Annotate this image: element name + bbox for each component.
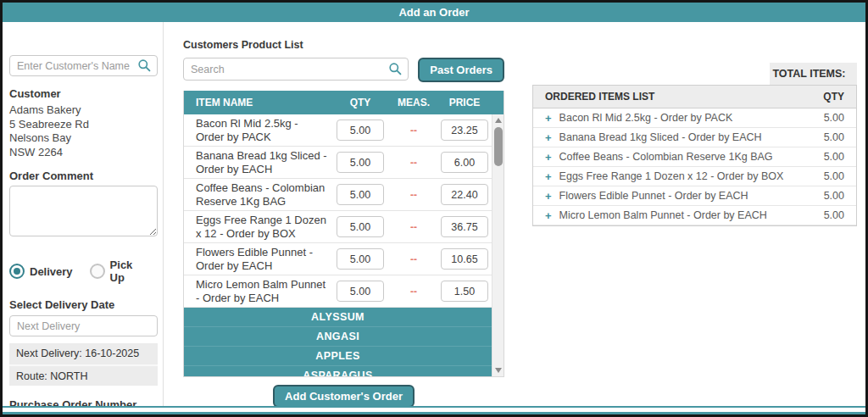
ordered-item-row: + Flowers Edible Punnet - Order by EACH … — [533, 186, 856, 206]
delivery-radio[interactable] — [9, 264, 25, 279]
col-qty: QTY — [331, 97, 390, 108]
product-panel: Customers Product List Past Orders ITEM … — [183, 22, 504, 408]
meas-value: -- — [390, 157, 437, 169]
product-name: Eggs Free Range 1 Dozen x 12 - Order by … — [184, 214, 331, 240]
price-input[interactable] — [441, 248, 488, 270]
qty-input[interactable] — [337, 184, 384, 205]
product-list-title: Customers Product List — [183, 39, 504, 51]
col-meas: MEAS. — [390, 97, 437, 108]
next-delivery-info: Next Delivery: 16-10-2025 — [9, 343, 158, 364]
scroll-down-icon[interactable] — [492, 364, 504, 376]
ordered-items-list-label: ORDERED ITEMS LIST — [545, 91, 654, 103]
meas-value: -- — [390, 125, 437, 136]
search-icon[interactable] — [137, 58, 152, 73]
price-input[interactable] — [441, 281, 488, 302]
ordered-item-row: + Coffee Beans - Colombian Reserve 1Kg B… — [533, 147, 856, 167]
product-name: Banana Bread 1kg Sliced - Order by EACH — [184, 149, 331, 175]
price-input[interactable] — [441, 216, 488, 237]
category-banner[interactable]: ALYSSUM — [184, 308, 492, 327]
scroll-up-icon[interactable] — [492, 114, 504, 126]
customer-address-2: Nelsons Bay — [9, 131, 158, 146]
qty-input[interactable] — [337, 248, 384, 270]
qty-input[interactable] — [337, 120, 384, 141]
pickup-radio-label: Pick Up — [110, 259, 146, 284]
price-input[interactable] — [441, 184, 488, 205]
product-table: ITEM NAME QTY MEAS. PRICE Bacon Rl Mid 2… — [183, 91, 504, 377]
add-customers-order-button[interactable]: Add Customer's Order — [273, 385, 415, 408]
plus-icon[interactable]: + — [545, 131, 552, 144]
scrollbar[interactable] — [492, 114, 504, 376]
customer-name-search-input[interactable] — [9, 55, 158, 76]
ordered-item-qty: 5.00 — [802, 209, 844, 221]
product-name: Coffee Beans - Colombian Reserve 1Kg BAG — [184, 181, 331, 208]
total-items-label: TOTAL ITEMS: — [772, 68, 845, 80]
ordered-qty-label: QTY — [823, 91, 844, 103]
product-table-body: Bacon Rl Mid 2.5kg - Order by PACK -- Ba… — [184, 114, 504, 376]
ordered-items-header: ORDERED ITEMS LIST QTY — [533, 86, 856, 108]
ordered-item-row: + Eggs Free Range 1 Dozen x 12 - Order b… — [533, 167, 856, 186]
col-item-name: ITEM NAME — [184, 97, 331, 108]
past-orders-button[interactable]: Past Orders — [418, 58, 504, 82]
product-name: Micro Lemon Balm Punnet - Order by EACH — [184, 278, 331, 304]
product-name: Bacon Rl Mid 2.5kg - Order by PACK — [184, 117, 331, 143]
meas-value: -- — [390, 189, 437, 201]
footer-strip — [3, 406, 865, 414]
order-comment-textarea[interactable] — [9, 186, 158, 236]
product-row: Eggs Free Range 1 Dozen x 12 - Order by … — [184, 211, 492, 243]
customer-name: Adams Bakery — [9, 103, 158, 118]
category-banner[interactable]: APPLES — [184, 347, 492, 366]
product-row: Micro Lemon Balm Punnet - Order by EACH … — [184, 275, 492, 308]
ordered-item-name: Banana Bread 1kg Sliced - Order by EACH — [559, 131, 802, 143]
add-order-window: Add an Order Customer Adams Bakery 5 Sea… — [0, 0, 868, 417]
window-title: Add an Order — [3, 3, 865, 22]
ordered-item-name: Eggs Free Range 1 Dozen x 12 - Order by … — [559, 170, 802, 182]
ordered-item-row: + Micro Lemon Balm Punnet - Order by EAC… — [533, 206, 856, 225]
category-banner[interactable]: ASPARAGUS — [184, 366, 492, 376]
col-price: PRICE — [437, 97, 492, 108]
delivery-date-input[interactable] — [9, 315, 158, 336]
product-row: Coffee Beans - Colombian Reserve 1Kg BAG… — [184, 179, 492, 211]
select-delivery-date-label: Select Delivery Date — [9, 298, 158, 311]
delivery-radio-label: Delivery — [30, 265, 73, 278]
product-name: Flowers Edible Punnet - Order by EACH — [184, 246, 331, 272]
pickup-radio[interactable] — [90, 264, 105, 279]
ordered-items-panel: ORDERED ITEMS LIST QTY + Bacon Rl Mid 2.… — [532, 85, 857, 226]
customer-label: Customer — [9, 87, 158, 100]
ordered-item-qty: 5.00 — [802, 151, 844, 163]
search-icon[interactable] — [388, 62, 403, 76]
customer-address-3: NSW 2264 — [9, 146, 158, 160]
ordered-item-qty: 5.00 — [802, 112, 844, 124]
product-row: Flowers Edible Punnet - Order by EACH -- — [184, 243, 492, 275]
price-input[interactable] — [441, 152, 488, 173]
ordered-item-qty: 5.00 — [802, 190, 844, 202]
ordered-item-row: + Banana Bread 1kg Sliced - Order by EAC… — [533, 128, 856, 147]
plus-icon[interactable]: + — [545, 151, 552, 164]
plus-icon[interactable]: + — [545, 209, 552, 222]
customer-panel: Customer Adams Bakery 5 Seabreeze Rd Nel… — [4, 22, 164, 407]
ordered-item-name: Coffee Beans - Colombian Reserve 1Kg BAG — [559, 151, 802, 163]
ordered-item-name: Flowers Edible Punnet - Order by EACH — [559, 190, 802, 202]
meas-value: -- — [390, 286, 437, 297]
ordered-item-row: + Bacon Rl Mid 2.5kg - Order by PACK 5.0… — [533, 108, 856, 128]
ordered-item-qty: 5.00 — [802, 131, 844, 143]
total-items-badge: TOTAL ITEMS: 6 — [770, 63, 857, 85]
product-search-input[interactable] — [183, 58, 409, 81]
qty-input[interactable] — [337, 281, 384, 302]
category-banner[interactable]: ANGASI — [184, 327, 492, 347]
plus-icon[interactable]: + — [545, 190, 552, 203]
product-table-header: ITEM NAME QTY MEAS. PRICE — [184, 91, 504, 114]
plus-icon[interactable]: + — [545, 170, 552, 183]
qty-input[interactable] — [337, 216, 384, 237]
route-info: Route: NORTH — [9, 364, 158, 386]
customer-address-1: 5 Seabreeze Rd — [9, 118, 158, 132]
scrollbar-thumb[interactable] — [494, 127, 503, 166]
order-comment-label: Order Comment — [9, 170, 158, 182]
product-row: Bacon Rl Mid 2.5kg - Order by PACK -- — [184, 114, 492, 147]
ordered-item-name: Micro Lemon Balm Punnet - Order by EACH — [559, 209, 802, 221]
qty-input[interactable] — [337, 152, 384, 173]
ordered-item-name: Bacon Rl Mid 2.5kg - Order by PACK — [559, 112, 802, 124]
price-input[interactable] — [441, 120, 488, 141]
plus-icon[interactable]: + — [545, 112, 552, 125]
product-row: Banana Bread 1kg Sliced - Order by EACH … — [184, 147, 492, 179]
meas-value: -- — [390, 221, 437, 233]
